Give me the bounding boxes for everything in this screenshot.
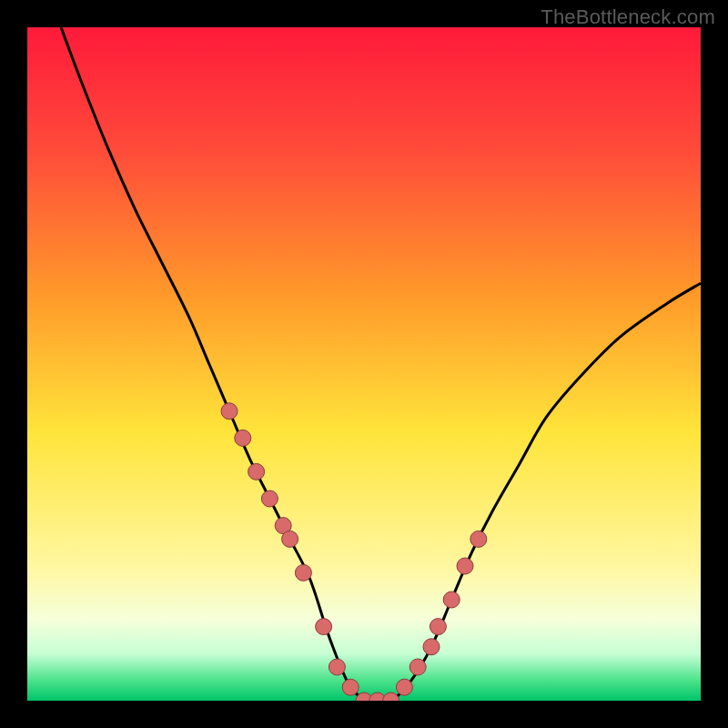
plot-area	[27, 27, 701, 701]
highlight-dot	[423, 639, 440, 655]
highlight-dot	[430, 619, 446, 635]
watermark-text: TheBottleneck.com	[541, 5, 715, 29]
heat-background	[27, 27, 701, 701]
bottleneck-chart	[27, 27, 701, 701]
highlight-dot	[410, 659, 426, 675]
highlight-dot	[342, 679, 359, 695]
highlight-dot	[235, 430, 251, 446]
highlight-dot	[261, 490, 278, 507]
highlight-dot	[295, 564, 311, 581]
highlight-dot	[316, 619, 332, 635]
chart-frame: TheBottleneck.com	[0, 0, 728, 728]
highlight-dot	[329, 659, 345, 675]
highlight-dot	[396, 679, 412, 695]
highlight-dot	[282, 531, 298, 547]
highlight-dot	[457, 558, 473, 574]
highlight-dot	[470, 531, 487, 547]
highlight-dot	[443, 592, 460, 608]
highlight-dot	[248, 463, 265, 480]
highlight-dot	[221, 403, 238, 420]
